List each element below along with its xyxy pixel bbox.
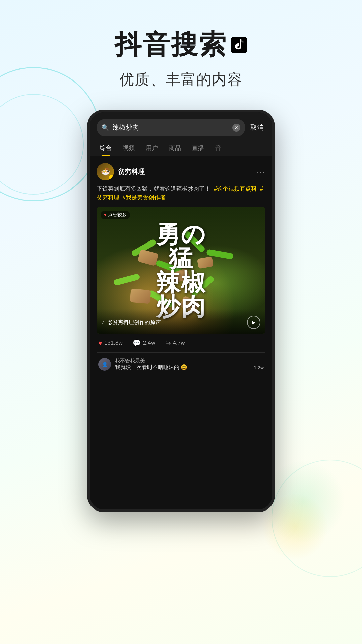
post-stats-bar: ♥ 131.8w 💬 2.4w ↪ 4.7w — [97, 334, 265, 353]
hashtag-1[interactable]: #这个视频有点料 — [212, 185, 257, 192]
hashtag-3[interactable]: #我是美食创作者 — [121, 194, 166, 201]
more-options-icon[interactable]: ··· — [257, 167, 265, 176]
shares-stat[interactable]: ↪ 4.7w — [165, 339, 185, 347]
tab-音乐[interactable]: 音 — [210, 141, 226, 156]
comment-content-0: 我不管我最美 我就没一次看时不咽唾沫的 😄 1.2w — [115, 358, 264, 371]
verified-badge-icon: ✓ — [109, 175, 114, 180]
share-icon: ↪ — [165, 339, 171, 347]
comment-avatar-0: 👤 — [98, 358, 111, 371]
header-title-row: 抖音搜索 — [0, 27, 362, 63]
likes-stat[interactable]: ♥ 131.8w — [98, 339, 123, 347]
tab-综合[interactable]: 综合 — [95, 141, 116, 156]
tiktok-logo-icon — [231, 37, 247, 53]
shares-count: 4.7w — [173, 340, 185, 346]
tab-商品[interactable]: 商品 — [164, 141, 186, 156]
post-description-text: 下饭菜到底有多凶猛，就看这道辣椒炒肉了！ — [97, 185, 210, 192]
comment-likes-0: 1.2w — [254, 365, 264, 370]
video-popular-badge: ♥ 点赞较多 — [101, 211, 130, 219]
user-info: 🍜 ✓ 贫穷料理 — [97, 163, 145, 180]
phone-device: 🔍 辣椒炒肉 ✕ 取消 综合 视频 用户 商品 直播 音 — [87, 110, 275, 512]
video-overlay-text: 勇の猛辣椒炒肉 — [153, 219, 209, 322]
meat-3 — [130, 288, 151, 304]
comments-count: 2.4w — [143, 340, 155, 346]
header-subtitle: 优质、丰富的内容 — [0, 70, 362, 90]
clear-search-button[interactable]: ✕ — [232, 124, 240, 132]
comments-stat[interactable]: 💬 2.4w — [133, 339, 155, 347]
cancel-search-button[interactable]: 取消 — [249, 121, 265, 134]
tab-直播[interactable]: 直播 — [187, 141, 209, 156]
search-results-content: 🍜 ✓ 贫穷料理 ··· 下饭菜到底有多凶猛，就看这道辣椒炒肉了！ #这个视频有… — [90, 156, 272, 386]
post-header: 🍜 ✓ 贫穷料理 ··· — [97, 163, 265, 180]
post-description: 下饭菜到底有多凶猛，就看这道辣椒炒肉了！ #这个视频有点料 #贫穷料理 #我是美… — [97, 184, 265, 202]
video-thumbnail[interactable]: ♥ 点赞较多 — [97, 207, 265, 334]
music-note-icon: ♪ — [102, 319, 105, 326]
badge-text: 点赞较多 — [108, 212, 127, 218]
audio-info[interactable]: ♪ @贫穷料理创作的原声 — [102, 319, 161, 326]
comment-text-0: 我就没一次看时不咽唾沫的 😄 — [115, 364, 187, 371]
comment-username-0: 我不管我最美 — [115, 358, 264, 364]
phone-mockup-wrapper: 🔍 辣椒炒肉 ✕ 取消 综合 视频 用户 商品 直播 音 — [0, 110, 362, 512]
search-tabs: 综合 视频 用户 商品 直播 音 — [90, 136, 272, 156]
tab-用户[interactable]: 用户 — [141, 141, 163, 156]
search-bar: 🔍 辣椒炒肉 ✕ 取消 — [90, 112, 272, 136]
search-query-text: 辣椒炒肉 — [112, 123, 229, 132]
comments-preview: 👤 我不管我最美 我就没一次看时不咽唾沫的 😄 1.2w — [97, 353, 265, 379]
user-avatar[interactable]: 🍜 ✓ — [97, 163, 114, 180]
heart-badge-icon: ♥ — [104, 213, 106, 217]
comment-icon: 💬 — [133, 339, 141, 347]
comment-row-0: 👤 我不管我最美 我就没一次看时不咽唾沫的 😄 1.2w — [98, 358, 264, 371]
tab-视频[interactable]: 视频 — [118, 141, 139, 156]
pepper-3 — [113, 273, 140, 286]
search-input-container[interactable]: 🔍 辣椒炒肉 ✕ — [97, 119, 245, 136]
play-button[interactable]: ▶ — [247, 316, 260, 329]
header: 抖音搜索 优质、丰富的内容 — [0, 0, 362, 103]
username-label[interactable]: 贫穷料理 — [118, 167, 145, 176]
heart-icon: ♥ — [98, 339, 102, 347]
search-icon: 🔍 — [102, 124, 109, 131]
app-title: 抖音搜索 — [115, 27, 227, 63]
audio-label: @贫穷料理创作的原声 — [107, 319, 161, 326]
video-bottom-bar: ♪ @贫穷料理创作的原声 ▶ — [97, 309, 265, 334]
comment-text-row-0: 我就没一次看时不咽唾沫的 😄 1.2w — [115, 364, 264, 371]
likes-count: 131.8w — [104, 340, 123, 346]
